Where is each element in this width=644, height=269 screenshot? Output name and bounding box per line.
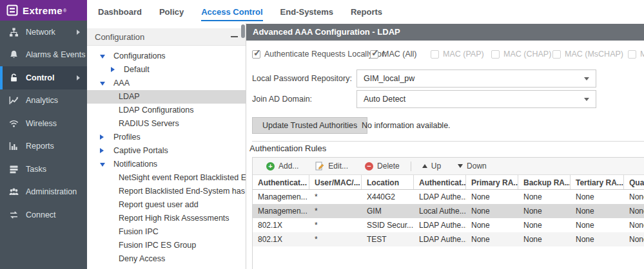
network-icon — [8, 27, 19, 37]
cell-tertiary-radius: None — [571, 204, 624, 218]
checkbox-unchecked-icon — [491, 50, 500, 59]
add-button[interactable]: + Add... — [260, 162, 304, 171]
tree-item-captive-portals[interactable]: Captive Portals — [87, 144, 246, 158]
tree-item-label: RADIUS Servers — [119, 119, 179, 128]
move-up-button[interactable]: Up — [416, 162, 447, 171]
section-divider — [252, 141, 644, 142]
tree-panel-title: Configuration — [95, 32, 144, 42]
column-header-backup-radius[interactable]: Backup RA... — [518, 175, 571, 189]
tree-item-label: AAA — [113, 79, 130, 88]
expand-arrow-icon[interactable] — [100, 55, 105, 59]
tree-item-default[interactable]: Default — [87, 63, 246, 77]
extreme-management-center: { "colors": { "brand_purple": "#6e2b90",… — [0, 0, 644, 269]
checkbox-unchecked-icon — [431, 50, 439, 59]
table-row[interactable]: 802.1X * TEST LDAP Authe... None None No… — [253, 232, 644, 246]
tree-item-profiles[interactable]: Profiles — [87, 131, 246, 144]
authenticate-locally-checkbox[interactable]: Authenticate Requests Locally for: — [252, 50, 387, 59]
chevron-down-icon — [584, 98, 589, 101]
local-password-repository-select[interactable]: GIM_local_pw — [356, 70, 596, 88]
column-header-auth-type[interactable]: Authenticat... — [253, 175, 309, 189]
wifi-icon — [8, 118, 19, 129]
sidebar-item-alarms-events[interactable]: Alarms & Events — [0, 44, 87, 67]
cell-backup-radius: None — [518, 204, 571, 218]
cell-auth-type: Managemen... — [253, 204, 309, 218]
tree-item-report-blacklisted[interactable]: Report Blacklisted End-System has been — [87, 185, 246, 198]
collapsed-arrow-icon[interactable] — [100, 134, 104, 140]
tree-item-ldap[interactable]: LDAP — [87, 90, 246, 104]
table-row-selected[interactable]: Managemen... * GIM Local Authe... None N… — [253, 204, 644, 218]
mac-all-checkbox[interactable]: MAC (All) — [370, 50, 416, 59]
column-header-primary-radius[interactable]: Primary RA... — [466, 175, 518, 189]
collapsed-arrow-icon[interactable] — [111, 67, 115, 72]
cell-user-mac: * — [309, 190, 362, 204]
column-header-quaternary-radius[interactable]: Quaternary RA... — [624, 175, 644, 189]
move-down-button[interactable]: Down — [452, 162, 493, 171]
tree-item-configurations[interactable]: Configurations — [87, 50, 246, 63]
tree-item-netsight-event-report[interactable]: NetSight event Report Blacklisted End-Sy… — [87, 171, 246, 185]
sidebar-item-label: Connect — [26, 210, 56, 219]
cell-primary-radius: None — [466, 218, 518, 232]
mac-eap-md5-checkbox: MAC (EAP-MD5) — [628, 50, 644, 59]
edit-button[interactable]: Edit... — [309, 162, 354, 171]
tree-item-report-guest-user-add[interactable]: Report guest user add — [87, 198, 246, 212]
delete-button[interactable]: − Delete — [359, 162, 405, 171]
update-trusted-authorities-button[interactable]: Update Trusted Authorities — [252, 117, 367, 134]
column-header-location[interactable]: Location — [362, 175, 414, 189]
tree-panel-header: Configuration — [87, 28, 246, 46]
collapse-panel-icon[interactable] — [231, 36, 238, 37]
tree-item-fusion-ipc[interactable]: Fusion IPC — [87, 225, 246, 239]
tree-item-notifications[interactable]: Notifications — [87, 158, 246, 171]
table-row[interactable]: 802.1X * SSID Secur... LDAP Authe... Non… — [253, 218, 644, 232]
selected-value: GIM_local_pw — [364, 74, 415, 83]
table-row[interactable]: Managemen... * X440G2 LDAP Authe... None… — [253, 190, 644, 204]
sidebar-item-label: Tasks — [26, 165, 46, 174]
tree-item-label: Report High Risk Assessments — [119, 214, 229, 223]
tree-scrollbar-thumb[interactable] — [241, 24, 245, 38]
column-header-user-mac[interactable]: User/MAC/... — [309, 175, 362, 189]
tab-access-control[interactable]: Access Control — [201, 0, 262, 21]
sidebar-item-network[interactable]: Network — [0, 21, 87, 44]
extreme-logo: Extreme® — [0, 0, 87, 21]
join-ad-domain-select[interactable]: Auto Detect — [356, 90, 596, 108]
grid-toolbar: + Add... Edit... − Delete Up Do — [253, 158, 644, 175]
mac-pap-checkbox: MAC (PAP) — [431, 50, 484, 59]
tree-item-label: Fusion IPC ES Group — [119, 241, 196, 250]
cell-quaternary-radius: None — [624, 204, 644, 218]
tree-item-aaa[interactable]: AAA — [87, 77, 246, 90]
button-label: Edit... — [328, 162, 348, 171]
column-header-auth-method[interactable]: Authenticat... — [414, 175, 466, 189]
tree-item-ldap-configurations[interactable]: LDAP Configurations — [87, 104, 246, 117]
collapsed-arrow-icon[interactable] — [100, 148, 104, 153]
sidebar-item-connect[interactable]: Connect — [0, 203, 87, 227]
cell-auth-method: LDAP Authe... — [414, 232, 466, 246]
cell-location: X440G2 — [362, 190, 414, 204]
tree-item-fusion-ipc-es-group[interactable]: Fusion IPC ES Group — [87, 239, 246, 252]
sidebar-item-control[interactable]: Control — [0, 66, 87, 89]
expand-arrow-icon[interactable] — [100, 82, 105, 86]
expand-arrow-icon[interactable] — [100, 163, 105, 167]
sidebar-item-reports[interactable]: Reports — [0, 135, 87, 158]
sidebar-item-analytics[interactable]: Analytics — [0, 89, 87, 113]
column-header-tertiary-radius[interactable]: Tertiary RA... — [571, 175, 624, 189]
submenu-arrow-icon — [77, 75, 80, 80]
add-icon: + — [266, 162, 275, 171]
cell-auth-type: 802.1X — [253, 232, 309, 246]
tree-item-radius-servers[interactable]: RADIUS Servers — [87, 117, 246, 131]
tab-dashboard[interactable]: Dashboard — [98, 0, 142, 21]
sidebar-nav: Network Alarms & Events Control A — [0, 21, 87, 227]
tree-item-label: LDAP Configurations — [119, 106, 194, 115]
connect-icon — [8, 210, 19, 220]
tab-policy[interactable]: Policy — [159, 0, 184, 21]
tree-item-deny-access[interactable]: Deny Access — [87, 252, 246, 266]
edit-icon — [315, 162, 324, 171]
cell-tertiary-radius: None — [571, 218, 624, 232]
sidebar-item-wireless[interactable]: Wireless — [0, 112, 87, 135]
sidebar-item-administration[interactable]: Administration — [0, 181, 87, 204]
line-chart-icon — [8, 95, 19, 106]
tree-item-report-high-risk[interactable]: Report High Risk Assessments — [87, 212, 246, 225]
cell-backup-radius: None — [518, 232, 571, 246]
sidebar-item-tasks[interactable]: Tasks — [0, 158, 87, 181]
tree-item-label: Deny Access — [119, 254, 165, 263]
tab-reports[interactable]: Reports — [351, 0, 382, 21]
tab-end-systems[interactable]: End-Systems — [280, 0, 333, 21]
